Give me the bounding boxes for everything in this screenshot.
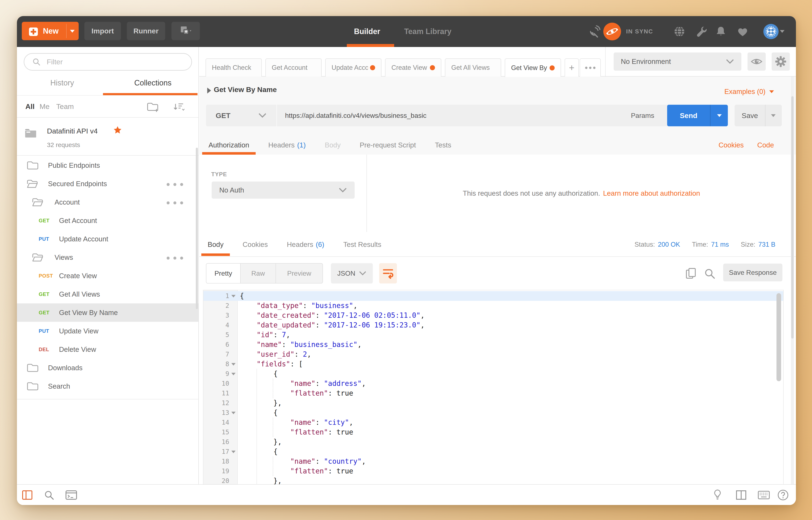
folder-actions-icon[interactable]: [167, 201, 186, 204]
tab-response-cookies[interactable]: Cookies: [236, 232, 274, 257]
favorites-heart-icon[interactable]: [736, 16, 750, 47]
wrench-icon[interactable]: [695, 16, 708, 47]
console-button[interactable]: [64, 488, 78, 502]
folder-actions-icon[interactable]: [167, 256, 186, 259]
request-get-account[interactable]: GETGet Account: [17, 211, 198, 230]
folder-downloads[interactable]: Downloads: [17, 359, 198, 377]
mode-preview[interactable]: Preview: [276, 264, 323, 283]
request-tab-get-all-views[interactable]: Get All Views: [445, 58, 501, 77]
tab-tests[interactable]: Tests: [429, 135, 458, 155]
request-tab-get-view-by-name[interactable]: Get View By Name: [505, 58, 561, 77]
notifications-bell-icon[interactable]: [714, 16, 728, 47]
main-scrollbar[interactable]: [791, 77, 794, 484]
sync-status-icon[interactable]: [603, 23, 621, 41]
tab-headers[interactable]: Headers (1): [262, 135, 312, 155]
environment-quicklook-button[interactable]: [748, 52, 766, 71]
sort-icon[interactable]: [172, 100, 185, 113]
tab-authorization[interactable]: Authorization: [202, 135, 256, 155]
new-folder-icon[interactable]: [146, 100, 159, 113]
folder-account[interactable]: Account: [17, 193, 198, 211]
send-options-caret-icon[interactable]: [717, 114, 722, 117]
request-tab-create-view[interactable]: Create View: [385, 58, 441, 77]
response-language-select[interactable]: JSON: [331, 263, 373, 284]
scope-team[interactable]: Team: [56, 96, 74, 117]
settings-button[interactable]: [772, 52, 790, 71]
cookies-link[interactable]: Cookies: [719, 141, 744, 149]
account-dropdown-caret-icon[interactable]: [780, 30, 785, 33]
scope-all[interactable]: All: [25, 96, 34, 117]
tab-history[interactable]: History: [17, 71, 107, 95]
favorite-star-icon[interactable]: [113, 126, 122, 134]
tips-button[interactable]: [711, 488, 724, 502]
request-delete-view[interactable]: DELDelete View: [17, 340, 198, 359]
sidebar-scrollbar[interactable]: [196, 148, 198, 309]
examples-dropdown[interactable]: Examples (0): [725, 87, 774, 96]
tab-body[interactable]: Body: [319, 135, 347, 155]
tab-response-body[interactable]: Body: [201, 232, 230, 257]
url-input[interactable]: https://api.datafiniti.co/v4/views/busin…: [277, 105, 669, 126]
proxy-icon[interactable]: [586, 16, 602, 47]
help-button[interactable]: [776, 488, 790, 502]
request-update-view[interactable]: PUTUpdate View: [17, 322, 198, 340]
request-tab-get-account[interactable]: Get Account: [265, 58, 322, 77]
learn-more-link[interactable]: Learn more about authorization: [603, 189, 700, 198]
builder-tab[interactable]: Builder: [349, 16, 386, 47]
environment-select[interactable]: No Environment: [614, 52, 741, 71]
fold-caret-icon[interactable]: [231, 373, 236, 375]
globe-icon[interactable]: [673, 16, 686, 47]
collection-item[interactable]: Datafiniti API v4 32 requests: [17, 118, 198, 156]
search-everywhere-button[interactable]: [42, 488, 56, 502]
team-library-tab[interactable]: Team Library: [401, 16, 455, 47]
open-new-tab-button[interactable]: +: [565, 58, 579, 77]
shortcuts-button[interactable]: [757, 488, 770, 502]
user-avatar[interactable]: [763, 24, 779, 39]
collapse-triangle-icon[interactable]: [207, 87, 211, 94]
wrap-text-button[interactable]: [379, 263, 397, 284]
mode-raw[interactable]: Raw: [241, 264, 276, 283]
save-options-caret-icon[interactable]: [771, 114, 776, 117]
search-response-icon[interactable]: [703, 267, 716, 280]
save-button[interactable]: Save: [735, 105, 782, 126]
fold-caret-icon[interactable]: [231, 363, 236, 366]
toggle-sidebar-button[interactable]: [21, 488, 34, 502]
new-button[interactable]: New: [22, 22, 79, 40]
scope-me[interactable]: Me: [39, 96, 50, 117]
folder-search[interactable]: Search: [17, 377, 198, 395]
postman-window: New Import Runner Builder Team Library: [17, 16, 796, 505]
tab-prerequest-script[interactable]: Pre-request Script: [353, 135, 422, 155]
more-tabs-button[interactable]: [579, 58, 601, 77]
mode-pretty[interactable]: Pretty: [207, 264, 241, 283]
editor-scrollbar[interactable]: [777, 293, 781, 381]
folder-secured-endpoints[interactable]: Secured Endpoints: [17, 175, 198, 193]
two-pane-layout-button[interactable]: [734, 488, 748, 502]
method-select[interactable]: GET: [206, 105, 276, 126]
folder-actions-icon[interactable]: [167, 182, 186, 185]
request-create-view[interactable]: POSTCreate View: [17, 266, 198, 285]
runner-button[interactable]: Runner: [127, 22, 165, 40]
copy-icon[interactable]: [685, 267, 697, 280]
request-get-all-views[interactable]: GETGet All Views: [17, 285, 198, 303]
auth-type-select[interactable]: No Auth: [212, 182, 355, 199]
folder-views[interactable]: Views: [17, 248, 198, 266]
tab-collections[interactable]: Collections: [107, 71, 198, 95]
scrollbar-thumb[interactable]: [791, 96, 793, 338]
new-window-button[interactable]: [171, 22, 200, 40]
tab-response-headers[interactable]: Headers (6): [280, 232, 330, 257]
fold-caret-icon[interactable]: [231, 412, 236, 414]
folder-public-endpoints[interactable]: Public Endpoints: [17, 156, 198, 175]
send-button[interactable]: Send: [667, 105, 728, 126]
fold-caret-icon[interactable]: [231, 295, 236, 297]
import-button[interactable]: Import: [84, 22, 121, 40]
tab-test-results[interactable]: Test Results: [337, 232, 388, 257]
code-link[interactable]: Code: [757, 141, 774, 149]
request-update-account[interactable]: PUTUpdate Account: [17, 230, 198, 248]
fold-caret-icon[interactable]: [231, 450, 236, 453]
request-tab-update-account[interactable]: Update Account: [325, 58, 381, 77]
new-dropdown-caret-icon[interactable]: [70, 30, 75, 32]
request-tab-health-check[interactable]: Health Check: [206, 58, 262, 77]
request-get-view-by-name[interactable]: GETGet View By Name: [17, 303, 198, 322]
save-response-button[interactable]: Save Response: [723, 264, 782, 281]
params-button[interactable]: Params: [631, 112, 654, 120]
response-body-editor[interactable]: 1{2 "data_type": "business",3 "date_crea…: [203, 290, 784, 484]
filter-input[interactable]: Filter: [24, 53, 192, 71]
